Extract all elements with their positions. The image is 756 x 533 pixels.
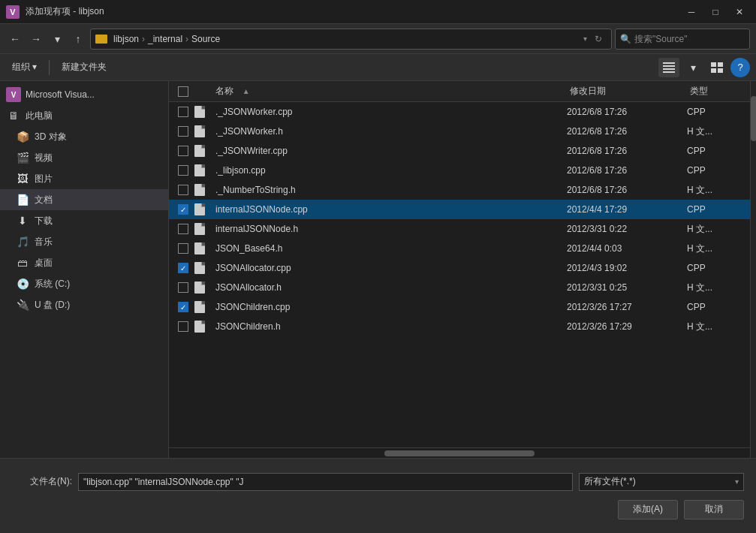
address-bar[interactable]: libjson › _internal › Source ▾ ↻	[90, 29, 612, 50]
organize-button[interactable]: 组织 ▾	[6, 58, 43, 77]
file-type: H 文...	[687, 184, 747, 197]
file-type: CPP	[687, 146, 747, 156]
dropdown-nav-button[interactable]: ▾	[48, 30, 66, 48]
file-date: 2012/3/26 17:27	[567, 302, 687, 312]
view-dropdown-button[interactable]: ▾	[682, 58, 703, 77]
sidebar-item-label: 3D 对象	[35, 131, 67, 143]
breadcrumb-internal: _internal	[148, 34, 182, 44]
view-details-button[interactable]	[658, 58, 679, 77]
filetype-dropdown[interactable]: 所有文件(*.*) ▾	[579, 473, 744, 491]
breadcrumb-libjson: libjson	[113, 34, 139, 44]
table-row[interactable]: ._JSONWriter.cpp2012/6/8 17:26CPP	[169, 141, 750, 161]
header-checkbox[interactable]	[178, 86, 188, 97]
sidebar-item-music[interactable]: 🎵 音乐	[0, 231, 168, 252]
table-row[interactable]: JSONAllocator.cpp2012/4/3 19:02CPP	[169, 258, 750, 278]
file-checkbox[interactable]	[178, 282, 188, 293]
table-row[interactable]: ._JSONWorker.h2012/6/8 17:26H 文...	[169, 122, 750, 141]
address-dropdown-button[interactable]: ▾	[583, 35, 587, 43]
filename-input[interactable]	[78, 473, 573, 491]
desktop-folder-icon: 🗃	[15, 257, 30, 269]
file-list-container: 名称 ▲ 修改日期 类型 ._JSONWorker.cpp2012/6/8 17…	[169, 81, 750, 458]
filename-row: 文件名(N): 所有文件(*.*) ▾	[12, 473, 744, 491]
file-checkbox[interactable]	[178, 263, 188, 273]
file-type: H 文...	[687, 242, 747, 255]
file-checkbox[interactable]	[178, 321, 188, 332]
sidebar-item-documents[interactable]: 📄 文档	[0, 189, 168, 210]
forward-button[interactable]: →	[27, 30, 45, 48]
sidebar-item-3d-objects[interactable]: 📦 3D 对象	[0, 126, 168, 147]
file-checkbox[interactable]	[178, 204, 188, 215]
header-date-col[interactable]: 修改日期	[567, 85, 687, 98]
table-row[interactable]: JSONAllocator.h2012/3/31 0:25H 文...	[169, 278, 750, 297]
svg-rect-7	[718, 68, 723, 73]
file-checkbox[interactable]	[178, 126, 188, 137]
sidebar-item-system-c[interactable]: 💿 系统 (C:)	[0, 273, 168, 294]
hscroll-thumb[interactable]	[384, 450, 535, 456]
file-checkbox[interactable]	[178, 243, 188, 254]
download-folder-icon: ⬇	[15, 215, 30, 227]
svg-rect-0	[663, 62, 675, 64]
drive-c-icon: 💿	[15, 278, 30, 290]
file-checkbox[interactable]	[178, 146, 188, 156]
file-checkbox[interactable]	[178, 185, 188, 195]
file-checkbox[interactable]	[178, 165, 188, 176]
file-name: internalJSONNode.cpp	[212, 204, 567, 215]
sidebar-item-usb-d[interactable]: 🔌 U 盘 (D:)	[0, 294, 168, 315]
video-folder-icon: 🎬	[15, 152, 30, 164]
table-row[interactable]: ._JSONWorker.cpp2012/6/8 17:26CPP	[169, 102, 750, 122]
table-row[interactable]: internalJSONNode.h2012/3/31 0:22H 文...	[169, 219, 750, 239]
vscroll-thumb[interactable]	[751, 96, 756, 141]
file-type: H 文...	[687, 125, 747, 138]
file-icon	[194, 282, 212, 294]
header-name-col[interactable]: 名称 ▲	[212, 85, 567, 98]
horizontal-scrollbar[interactable]	[169, 447, 750, 458]
sidebar-item-videos[interactable]: 🎬 视频	[0, 147, 168, 168]
up-button[interactable]: ↑	[69, 30, 87, 48]
search-input[interactable]	[634, 34, 747, 44]
file-checkbox[interactable]	[178, 107, 188, 117]
file-icon	[194, 125, 212, 137]
window-controls: ─ □ ✕	[681, 4, 750, 20]
file-name: JSONAllocator.cpp	[212, 263, 567, 273]
help-button[interactable]: ?	[730, 58, 750, 77]
cancel-button[interactable]: 取消	[684, 500, 744, 519]
sidebar-item-desktop[interactable]: 🗃 桌面	[0, 252, 168, 273]
vs-icon: V	[6, 89, 21, 101]
refresh-button[interactable]: ↻	[590, 31, 607, 47]
table-row[interactable]: JSON_Base64.h2012/4/4 0:03H 文...	[169, 239, 750, 258]
file-checkbox[interactable]	[178, 302, 188, 312]
minimize-button[interactable]: ─	[681, 4, 702, 20]
sidebar-item-ms-visual[interactable]: V Microsoft Visua...	[0, 84, 168, 105]
table-row[interactable]: ._NumberToString.h2012/6/8 17:26H 文...	[169, 180, 750, 200]
svg-rect-4	[711, 62, 716, 67]
vertical-scrollbar[interactable]	[750, 81, 756, 458]
file-list: ._JSONWorker.cpp2012/6/8 17:26CPP._JSONW…	[169, 102, 750, 447]
add-button[interactable]: 添加(A)	[618, 500, 678, 519]
table-row[interactable]: JSONChildren.h2012/3/26 17:29H 文...	[169, 317, 750, 336]
table-row[interactable]: internalJSONNode.cpp2012/4/4 17:29CPP	[169, 200, 750, 219]
table-row[interactable]: ._libjson.cpp2012/6/8 17:26CPP	[169, 161, 750, 180]
filetype-label: 所有文件(*.*)	[584, 475, 636, 488]
maximize-button[interactable]: □	[705, 4, 726, 20]
sep1: ›	[142, 34, 145, 44]
table-row[interactable]: JSONChildren.cpp2012/3/26 17:27CPP	[169, 297, 750, 317]
new-folder-button[interactable]: 新建文件夹	[56, 58, 113, 77]
sidebar-item-this-pc[interactable]: 🖥 此电脑	[0, 105, 168, 126]
sidebar-item-downloads[interactable]: ⬇ 下载	[0, 210, 168, 231]
file-checkbox[interactable]	[178, 224, 188, 234]
file-type: CPP	[687, 302, 747, 312]
file-name: ._libjson.cpp	[212, 165, 567, 176]
file-icon	[194, 203, 212, 215]
view-tiles-button[interactable]	[706, 58, 727, 77]
file-date: 2012/4/4 17:29	[567, 204, 687, 215]
file-date: 2012/3/26 17:29	[567, 321, 687, 332]
close-button[interactable]: ✕	[729, 4, 750, 20]
file-checkbox-cell	[172, 107, 194, 117]
file-type: CPP	[687, 263, 747, 273]
file-checkbox-cell	[172, 321, 194, 332]
file-date: 2012/6/8 17:26	[567, 146, 687, 156]
sidebar-item-pictures[interactable]: 🖼 图片	[0, 168, 168, 189]
back-button[interactable]: ←	[6, 30, 24, 48]
file-type: CPP	[687, 165, 747, 176]
header-type-col[interactable]: 类型	[687, 85, 747, 98]
